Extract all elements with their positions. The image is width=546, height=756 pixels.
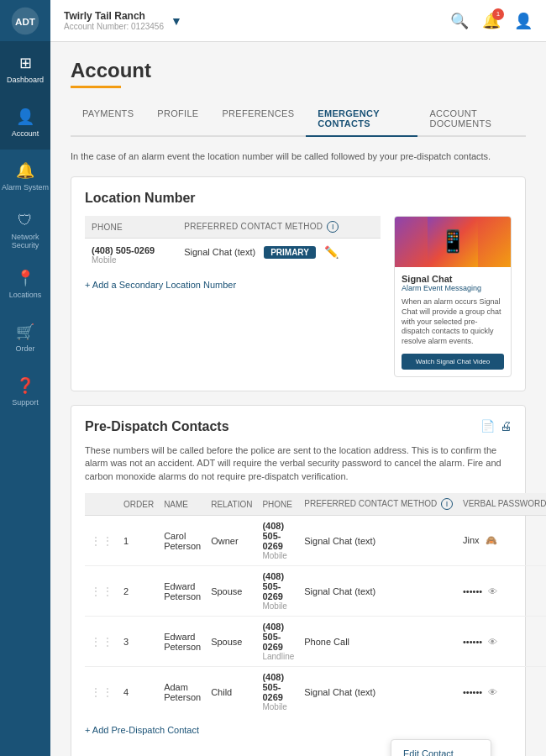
drag-handle[interactable]: ⋮⋮ [85,617,118,667]
signal-chat-body: Signal Chat Alarm Event Messaging When a… [395,267,511,375]
eye-icon[interactable]: 🙈 [486,535,497,545]
contact-password: •••••• 👁 [458,667,546,717]
col-phone: Phone [85,216,177,239]
title-underline [71,86,121,88]
svg-text:ADT: ADT [15,16,36,27]
eye-icon[interactable]: 👁 [488,637,497,647]
add-secondary-location-link[interactable]: + Add a Secondary Location Number [85,280,236,290]
col-relation: Relation [206,493,257,516]
contact-name: Carol Peterson [159,516,206,566]
account-number: Account Number: 0123456 [64,22,164,31]
sidebar-item-alarm-label: Alarm System [2,183,49,192]
contact-method: Signal Chat (text) [299,667,458,717]
sidebar-item-support-label: Support [12,398,39,407]
pre-dispatch-row: ⋮⋮ 4 Adam Peterson Child (408) 505-0269 … [85,667,546,717]
property-info: Twirly Tail Ranch Account Number: 012345… [64,10,164,31]
network-icon: 🛡 [18,212,33,229]
sidebar-item-dashboard-label: Dashboard [7,76,44,84]
tab-payments[interactable]: Payments [71,102,145,137]
topbar: Twirly Tail Ranch Account Number: 012345… [50,0,546,42]
contact-password: •••••• 👁 [458,617,546,667]
tab-preferences[interactable]: Preferences [210,102,306,137]
sidebar-item-order-label: Order [15,344,34,353]
signal-chat-description: When an alarm occurs Signal Chat will pr… [402,297,504,346]
account-icon: 👤 [16,108,34,126]
search-button[interactable]: 🔍 [450,12,469,30]
contact-order: 4 [118,667,159,717]
location-edit-icon[interactable]: ✏️ [324,245,339,259]
pre-dispatch-context-menu: Edit Contact Delete Contact [391,739,491,756]
col-name: Name [159,493,206,516]
dashboard-icon: ⊞ [19,54,32,72]
location-phone-cell: (408) 505-0269 Mobile [85,239,177,272]
location-table: Phone Preferred Contact Method i (408) 5… [85,216,381,376]
property-name: Twirly Tail Ranch [64,10,164,22]
pre-dispatch-section: Pre-Dispatch Contacts 📄 🖨 These numbers … [71,405,526,756]
tab-account-documents[interactable]: Account Documents [417,102,526,137]
contact-method: Signal Chat (text) [299,566,458,617]
tab-profile[interactable]: Profile [145,102,210,137]
sidebar-item-dashboard[interactable]: ⊞ Dashboard [0,42,50,96]
col-preferred-contact: Preferred Contact Method i [177,216,381,239]
contact-name: Adam Peterson [159,667,206,717]
col-verbal-password: Verbal Password i [458,493,546,516]
edit-contact-menu-item[interactable]: Edit Contact [391,743,491,756]
pre-dispatch-export-icon[interactable]: 📄 [480,419,495,433]
col-contact-method: Preferred Contact Method i [299,493,458,516]
sidebar-item-alarm-system[interactable]: 🔔 Alarm System [0,150,50,203]
profile-button[interactable]: 👤 [514,12,533,30]
contact-relation: Owner [206,516,257,566]
contact-password: Jinx 🙈 [458,516,546,566]
locations-icon: 📍 [16,269,34,287]
topbar-right: 🔍 🔔1 👤 [450,12,533,30]
sidebar-item-account-label: Account [12,129,39,138]
sidebar-item-network-label: Network Security [0,233,50,249]
sidebar-item-network-security[interactable]: 🛡 Network Security [0,203,50,257]
signal-chat-subtitle: Alarm Event Messaging [402,284,504,292]
sidebar-item-support[interactable]: ❓ Support [0,365,50,418]
location-contact-method-cell: Signal Chat (text) PRIMARY ✏️ [177,239,381,265]
notifications-button[interactable]: 🔔1 [482,12,501,30]
location-data-table: Phone Preferred Contact Method i (408) 5… [85,216,381,271]
pre-dispatch-print-icon[interactable]: 🖨 [500,419,512,433]
contact-method-info-icon[interactable]: i [441,498,453,510]
signal-chat-card: 📱 Signal Chat Alarm Event Messaging When… [394,216,512,376]
contact-relation: Child [206,667,257,717]
pre-dispatch-row: ⋮⋮ 2 Edward Peterson Spouse (408) 505-02… [85,566,546,617]
property-dropdown-button[interactable]: ▼ [171,14,182,28]
location-number-title: Location Number [85,191,512,206]
drag-handle[interactable]: ⋮⋮ [85,516,118,566]
contact-password: •••••• 👁 [458,566,546,617]
eye-icon[interactable]: 👁 [488,586,497,596]
drag-handle[interactable]: ⋮⋮ [85,566,118,617]
page-title: Account [71,59,526,82]
add-pre-dispatch-link[interactable]: + Add Pre-Dispatch Contact [85,725,199,735]
contact-relation: Spouse [206,617,257,667]
info-text: In the case of an alarm event the locati… [71,150,526,163]
col-order-num: Order [118,493,159,516]
signal-chat-title: Signal Chat [402,274,504,284]
contact-name: Edward Peterson [159,617,206,667]
main-content: Account Payments Profile Preferences Eme… [50,42,546,756]
drag-handle[interactable]: ⋮⋮ [85,667,118,717]
sidebar-item-order[interactable]: 🛒 Order [0,311,50,365]
pre-dispatch-icons: 📄 🖨 [480,419,512,433]
sidebar-item-locations-label: Locations [9,291,42,299]
pre-dispatch-row: ⋮⋮ 1 Carol Peterson Owner (408) 505-0269… [85,516,546,566]
pre-dispatch-title: Pre-Dispatch Contacts [85,419,229,434]
support-icon: ❓ [16,376,34,395]
tabs-bar: Payments Profile Preferences Emergency C… [71,102,526,137]
pre-dispatch-table: Order Name Relation Phone Preferred Cont… [85,493,546,717]
topbar-left: Twirly Tail Ranch Account Number: 012345… [64,10,182,31]
sidebar-item-account[interactable]: 👤 Account [0,96,50,150]
signal-chat-image: 📱 [395,217,511,267]
sidebar-logo: ADT [0,0,50,42]
signal-chat-video-button[interactable]: Watch Signal Chat Video [402,354,504,370]
contact-name: Edward Peterson [159,566,206,617]
contact-phone: (408) 505-0269 Landline [257,617,299,667]
preferred-contact-info-icon[interactable]: i [327,221,339,233]
alarm-icon: 🔔 [16,161,34,180]
tab-emergency-contacts[interactable]: Emergency Contacts [306,102,417,137]
eye-icon[interactable]: 👁 [488,687,497,697]
sidebar-item-locations[interactable]: 📍 Locations [0,257,50,311]
